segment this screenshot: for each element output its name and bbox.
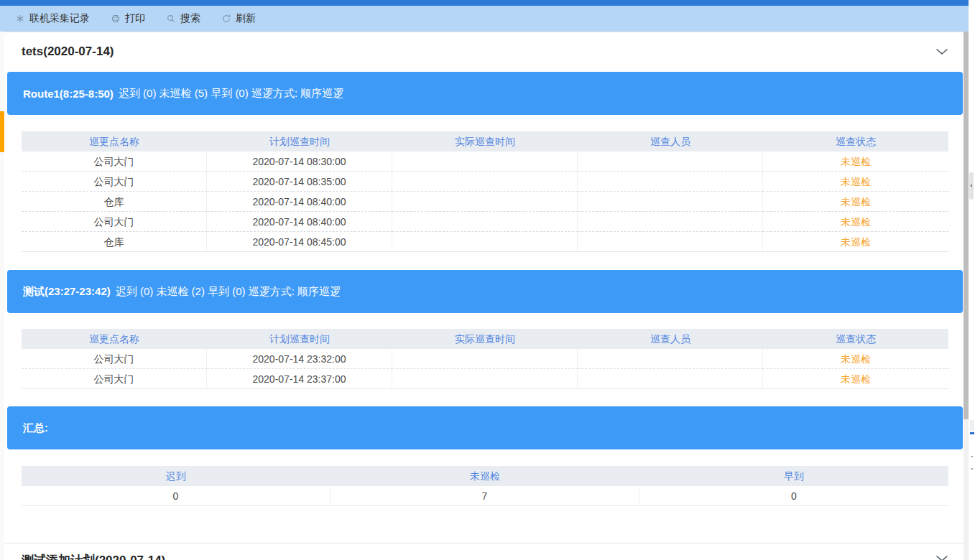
window-topbar	[0, 0, 969, 6]
route-stats: 迟到 (0) 未巡检 (5) 早到 (0) 巡逻方式: 顺序巡逻	[119, 87, 343, 101]
refresh-button[interactable]: 刷新	[222, 12, 256, 25]
cell-early: 0	[639, 486, 948, 506]
print-button[interactable]: 打印	[111, 12, 145, 25]
cell-late: 0	[22, 486, 331, 506]
content-area: tets(2020-07-14) Route1(8:25-8:50) 迟到 (0…	[0, 32, 964, 560]
cell-planned: 2020-07-14 08:30:00	[207, 151, 392, 172]
vertical-scrollbar-track[interactable]	[964, 32, 969, 560]
edge-fragment	[970, 420, 974, 431]
status-badge: 未巡检	[763, 212, 948, 232]
toolbar-label: 打印	[125, 12, 145, 25]
summary-table: 迟到 未巡检 早到 0 7 0	[22, 466, 948, 506]
col-missed: 未巡检	[331, 466, 639, 486]
cell-actual	[392, 172, 578, 192]
col-early: 早到	[639, 466, 948, 486]
col-status: 巡查状态	[763, 329, 948, 349]
table-row: 公司大门 2020-07-14 23:32:00 未巡检	[22, 349, 948, 369]
cell-person	[578, 349, 763, 369]
cell-point: 公司大门	[22, 349, 207, 369]
cell-person	[578, 172, 763, 192]
section-title: 测试添加计划(2020-07-14)	[22, 552, 165, 560]
status-badge: 未巡检	[763, 349, 948, 369]
cell-point: 公司大门	[22, 151, 207, 172]
chevron-down-icon[interactable]	[935, 45, 948, 58]
col-person: 巡查人员	[578, 131, 763, 151]
section-header-test-plan[interactable]: 测试添加计划(2020-07-14)	[0, 548, 964, 560]
col-person: 巡查人员	[578, 329, 763, 349]
cell-person	[578, 212, 763, 232]
cell-person	[578, 369, 763, 389]
records-icon	[16, 14, 24, 23]
printer-icon	[111, 14, 120, 23]
cell-point: 公司大门	[22, 172, 207, 192]
table-row: 仓库 2020-07-14 08:45:00 未巡检	[22, 232, 948, 252]
col-status: 巡查状态	[763, 131, 948, 151]
col-point: 巡更点名称	[22, 131, 207, 151]
table-header-row: 巡更点名称 计划巡查时间 实际巡查时间 巡查人员 巡查状态	[22, 329, 948, 349]
route1-banner: Route1(8:25-8:50) 迟到 (0) 未巡检 (5) 早到 (0) …	[7, 72, 963, 115]
toolbar-label: 联机采集记录	[29, 12, 90, 25]
edge-panel-handle[interactable]	[969, 172, 974, 200]
cell-actual	[392, 369, 578, 389]
table-header-row: 迟到 未巡检 早到	[22, 466, 948, 486]
table-header-row: 巡更点名称 计划巡查时间 实际巡查时间 巡查人员 巡查状态	[22, 131, 948, 151]
toolbar: 联机采集记录 打印 搜索 刷新	[0, 6, 969, 32]
table-row: 公司大门 2020-07-14 08:30:00 未巡检	[22, 151, 948, 172]
col-actual: 实际巡查时间	[392, 329, 578, 349]
cell-actual	[392, 232, 578, 252]
col-point: 巡更点名称	[22, 329, 207, 349]
route2-table: 巡更点名称 计划巡查时间 实际巡查时间 巡查人员 巡查状态 公司大门 2020-…	[22, 329, 948, 389]
route-stats: 迟到 (0) 未巡检 (2) 早到 (0) 巡逻方式: 顺序巡逻	[116, 285, 341, 299]
route-title: Route1(8:25-8:50)	[23, 88, 114, 100]
edge-fragment-accent	[970, 432, 974, 434]
cell-actual	[392, 151, 578, 172]
cell-person	[578, 151, 763, 172]
cell-planned: 2020-07-14 23:32:00	[207, 349, 392, 369]
col-late: 迟到	[22, 466, 331, 486]
route-title: 测试(23:27-23:42)	[23, 285, 111, 299]
cell-person	[578, 192, 763, 212]
left-scrollbar-thumb[interactable]	[0, 111, 4, 152]
edge-fragment-dot	[971, 468, 973, 470]
toolbar-label: 刷新	[236, 12, 256, 25]
right-edge-sliver	[969, 32, 975, 560]
table-row: 仓库 2020-07-14 08:40:00 未巡检	[22, 192, 948, 212]
route1-table: 巡更点名称 计划巡查时间 实际巡查时间 巡查人员 巡查状态 公司大门 2020-…	[22, 131, 948, 252]
cell-actual	[392, 349, 578, 369]
summary-banner: 汇总:	[7, 406, 963, 449]
col-planned: 计划巡查时间	[207, 329, 392, 349]
summary-title: 汇总:	[23, 421, 48, 435]
status-badge: 未巡检	[763, 369, 948, 389]
status-badge: 未巡检	[763, 232, 948, 252]
toolbar-label: 搜索	[180, 12, 200, 25]
table-row: 公司大门 2020-07-14 08:40:00 未巡检	[22, 212, 948, 232]
cell-actual	[392, 192, 578, 212]
col-planned: 计划巡查时间	[207, 131, 392, 151]
chevron-down-icon[interactable]	[935, 552, 948, 560]
cell-planned: 2020-07-14 08:40:00	[207, 192, 392, 212]
online-records-button[interactable]: 联机采集记录	[16, 12, 90, 25]
section-header-tets[interactable]: tets(2020-07-14)	[0, 32, 964, 70]
cell-actual	[392, 212, 578, 232]
search-button[interactable]: 搜索	[167, 12, 200, 25]
cell-planned: 2020-07-14 08:45:00	[207, 232, 392, 252]
cell-planned: 2020-07-14 23:37:00	[207, 369, 392, 389]
col-actual: 实际巡查时间	[392, 131, 578, 151]
table-row: 公司大门 2020-07-14 08:35:00 未巡检	[22, 172, 948, 192]
top-right-corner	[969, 0, 975, 32]
cell-planned: 2020-07-14 08:35:00	[207, 172, 392, 192]
cell-missed: 7	[331, 486, 639, 506]
edge-fragment-dot	[971, 456, 973, 457]
section-divider	[0, 543, 964, 543]
status-badge: 未巡检	[763, 192, 948, 212]
table-row: 公司大门 2020-07-14 23:37:00 未巡检	[22, 369, 948, 389]
refresh-icon	[222, 14, 231, 23]
status-badge: 未巡检	[763, 151, 948, 172]
left-scrollbar-track	[0, 32, 4, 560]
table-row: 0 7 0	[22, 486, 948, 506]
vertical-scrollbar-thumb[interactable]	[964, 32, 969, 419]
cell-point: 公司大门	[22, 212, 207, 232]
search-icon	[167, 14, 175, 23]
status-badge: 未巡检	[763, 172, 948, 192]
cell-person	[578, 232, 763, 252]
